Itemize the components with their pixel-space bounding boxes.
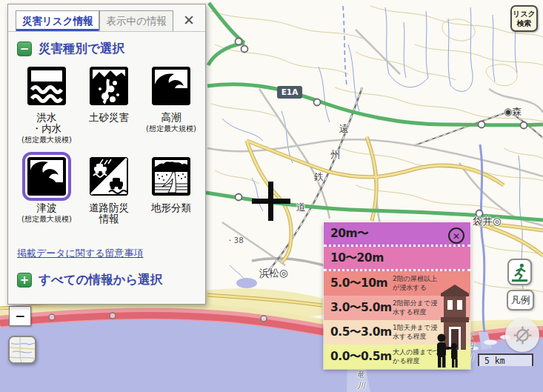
flood-icon: [27, 67, 66, 105]
disaster-item-tsunami[interactable]: 津波 (想定最大規模): [16, 152, 78, 242]
people-icon: [433, 333, 460, 371]
map-label-hamamatsu: 浜松◎: [259, 267, 288, 280]
minimap-thumbnail: [10, 337, 35, 362]
tsunami-depth-legend: ✕ 20m〜 10〜20m 5.0〜10m 2階の屋根以上が浸水する 3.0〜5…: [324, 222, 470, 369]
disaster-risk-panel: 災害リスク情報 表示中の情報 ✕ − 災害種別で選択 洪水・内水 (想定最大規模…: [7, 4, 206, 305]
map-label-railway-char: 道: [296, 201, 306, 214]
map-label-tenryu-river-char: 竜: [356, 369, 364, 380]
data-notice-link[interactable]: 掲載データに関する留意事項: [17, 247, 144, 260]
map-label-fukuroi: 袋井◎: [473, 215, 502, 228]
section-title-all-info: すべての情報から選択: [39, 272, 162, 288]
tab-disaster-risk-info[interactable]: 災害リスク情報: [16, 10, 99, 31]
panel-close-button[interactable]: ✕: [179, 12, 199, 31]
landslide-icon: [90, 67, 128, 105]
disaster-icon-grid: 洪水・内水 (想定最大規模) 土砂災害: [8, 57, 205, 242]
route-badge-e1a: E1A: [277, 86, 302, 99]
map-label-railway-char: 州: [330, 148, 340, 162]
map-label-elevation: ・38: [226, 236, 244, 246]
scale-bar: 5 km: [478, 353, 533, 366]
expand-icon[interactable]: +: [17, 273, 32, 288]
tab-displayed-info[interactable]: 表示中の情報: [99, 10, 173, 31]
tsunami-selected-frame: [22, 152, 71, 201]
collapse-icon[interactable]: −: [17, 41, 32, 56]
storm-surge-icon: [152, 67, 190, 105]
legend-row: 10〜20m: [324, 247, 470, 271]
current-location-button[interactable]: [505, 318, 539, 352]
map-label-tenryu-river-char: 川: [357, 380, 365, 391]
legend-close-button[interactable]: ✕: [448, 227, 464, 244]
legend-toggle-button[interactable]: 凡例: [507, 290, 534, 310]
disaster-item-landslide[interactable]: 土砂災害: [78, 62, 140, 152]
panel-tabs: 災害リスク情報 表示中の情報 ✕: [8, 4, 205, 32]
road-disaster-icon: [90, 157, 128, 196]
zoom-out-button[interactable]: −: [9, 306, 31, 326]
section-title-by-type: 災害種別で選択: [39, 41, 124, 57]
map-label-railway-char: 遠: [339, 122, 349, 136]
map-crosshair: [252, 182, 290, 221]
disaster-item-storm-surge[interactable]: 高潮 (想定最大規模): [140, 62, 202, 152]
map-label-mori: ◉森: [504, 105, 522, 119]
running-person-icon: [510, 262, 529, 282]
map-label-railway-char: 鉄: [314, 170, 324, 184]
disaster-item-flood[interactable]: 洪水・内水 (想定最大規模): [16, 62, 78, 152]
disaster-item-road-disaster[interactable]: 道路防災情報: [78, 152, 140, 242]
landform-icon: [152, 157, 190, 196]
hazard-map-app: E1A ◉森 袋井◎ 浜松◎ ・38 遠 州 鉄 道 太 田 川 竜 川 災害リ…: [0, 0, 543, 392]
evacuation-button[interactable]: [507, 259, 532, 285]
overview-map-button[interactable]: [8, 336, 36, 364]
location-crosshair-icon: [513, 325, 533, 345]
lake: [236, 278, 257, 288]
tsunami-icon: [27, 157, 66, 196]
disaster-item-landform[interactable]: 地形分類: [140, 152, 202, 242]
risk-search-button[interactable]: リスク 検索: [510, 5, 538, 32]
